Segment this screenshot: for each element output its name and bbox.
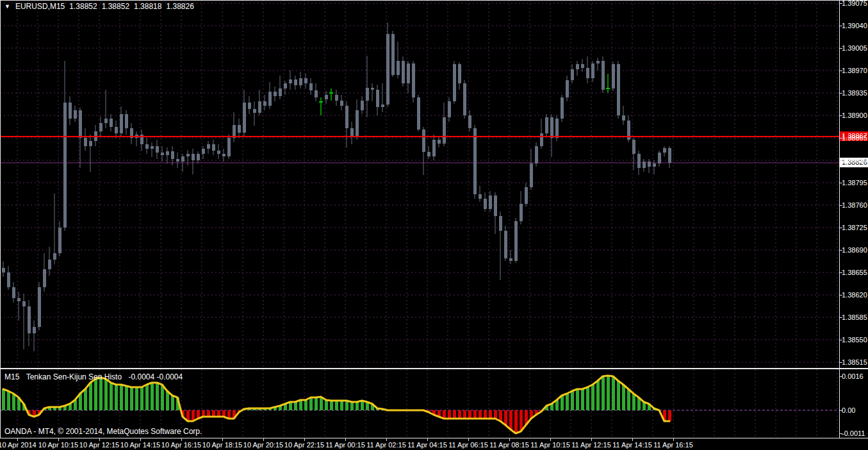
time-axis-label: 10 Apr 20:15 bbox=[243, 441, 283, 449]
histogram-bar-up bbox=[294, 402, 297, 410]
histogram-bar-down bbox=[458, 410, 461, 419]
candle-body bbox=[386, 34, 389, 104]
candle-body bbox=[315, 90, 318, 97]
candle-body bbox=[243, 103, 246, 133]
indicator-axis-tick bbox=[840, 433, 842, 434]
histogram-bar-up bbox=[335, 401, 338, 410]
histogram-bar-up bbox=[166, 391, 169, 410]
candle-body bbox=[366, 88, 369, 101]
histogram-bar-up bbox=[7, 391, 10, 410]
indicator-window-separator[interactable] bbox=[0, 368, 868, 369]
candle-body bbox=[294, 79, 297, 85]
candle-body bbox=[186, 154, 190, 156]
price-axis-label: 1.38760 bbox=[842, 201, 867, 210]
candle-body bbox=[89, 141, 92, 146]
indicator-axis-tick bbox=[840, 376, 842, 377]
price-axis-label: 1.39075 bbox=[842, 0, 867, 8]
indicator-header: M15 Tenkan Sen-Kijun Sen Histo -0.0004 -… bbox=[4, 372, 183, 381]
time-axis-tick bbox=[304, 438, 305, 441]
time-axis-label: 11 Apr 00:15 bbox=[325, 441, 365, 449]
histogram-bar-up bbox=[581, 389, 584, 410]
chart-ohlc-header: ▼ EURUSD,M15 1.38852 1.38852 1.38818 1.3… bbox=[4, 2, 194, 11]
price-axis-label: 1.38900 bbox=[842, 112, 867, 120]
candle-body bbox=[658, 153, 661, 163]
candle-body bbox=[222, 154, 225, 156]
price-axis-label: 1.38515 bbox=[842, 358, 867, 367]
time-axis-label: 11 Apr 06:15 bbox=[448, 441, 488, 449]
time-axis-label: 11 Apr 02:15 bbox=[366, 441, 406, 449]
price-axis-tick bbox=[840, 272, 842, 273]
candle-body bbox=[63, 103, 67, 228]
histogram-bar-up bbox=[125, 386, 128, 410]
histogram-bar-up bbox=[99, 378, 102, 410]
candle-body bbox=[509, 258, 512, 261]
histogram-bar-down bbox=[509, 410, 512, 429]
histogram-bar-up bbox=[330, 401, 333, 410]
time-axis-label: 10 Apr 10:15 bbox=[38, 441, 78, 449]
candle-body bbox=[376, 90, 379, 107]
price-axis-tick bbox=[840, 205, 842, 206]
top-border bbox=[0, 0, 868, 1]
histogram-bar-up bbox=[596, 381, 600, 410]
histogram-bar-up bbox=[315, 397, 318, 410]
histogram-bar-up bbox=[561, 396, 564, 410]
time-axis-label: 10 Apr 16:15 bbox=[161, 441, 201, 449]
candle-body bbox=[58, 228, 61, 253]
time-axis-tick bbox=[386, 438, 387, 441]
candle-body bbox=[663, 148, 666, 153]
histogram-bar-up bbox=[622, 385, 625, 410]
candle-body bbox=[104, 119, 108, 123]
histogram-bar-up bbox=[586, 387, 589, 410]
price-axis-tick bbox=[840, 26, 842, 26]
histogram-bar-down bbox=[473, 410, 477, 419]
candle-body bbox=[576, 64, 579, 69]
candle-body bbox=[494, 196, 497, 216]
time-axis-label: 10 Apr 12:15 bbox=[79, 441, 119, 449]
candle-body bbox=[596, 61, 600, 63]
time-axis-label: 11 Apr 04:15 bbox=[407, 441, 447, 449]
candle-body bbox=[458, 64, 461, 83]
histogram-bar-down bbox=[484, 410, 487, 419]
histogram-bar-down bbox=[479, 410, 482, 419]
candle-body bbox=[622, 115, 625, 121]
histogram-bar-down bbox=[448, 410, 451, 419]
histogram-bar-up bbox=[171, 396, 174, 410]
histogram-bar-down bbox=[489, 410, 492, 419]
symbol-dropdown-icon[interactable]: ▼ bbox=[4, 3, 10, 10]
price-chart-canvas[interactable] bbox=[0, 0, 839, 368]
candle-body bbox=[258, 101, 261, 113]
candle-body bbox=[7, 272, 10, 287]
candle-body bbox=[325, 95, 328, 99]
candle-body bbox=[361, 101, 364, 110]
price-axis-tick bbox=[840, 250, 842, 251]
time-axis-label: 10 Apr 22:15 bbox=[284, 441, 324, 449]
candle-body bbox=[248, 103, 251, 109]
histogram-bar-down bbox=[468, 410, 471, 419]
candle-body bbox=[345, 106, 348, 128]
time-axis-tick bbox=[673, 438, 674, 441]
indicator-axis-tick bbox=[840, 410, 842, 411]
candle-body bbox=[53, 253, 56, 260]
price-axis-label: 1.38725 bbox=[842, 224, 867, 232]
candle-body bbox=[602, 61, 605, 90]
histogram-bar-up bbox=[115, 385, 118, 410]
histogram-bar-up bbox=[325, 400, 328, 410]
histogram-bar-down bbox=[499, 410, 502, 421]
copyright-label: OANDA - MT4, © 2001-2014, MetaQuotes Sof… bbox=[4, 427, 202, 436]
candle-body bbox=[227, 138, 231, 156]
candle-body bbox=[463, 83, 466, 115]
candle-body bbox=[617, 64, 620, 115]
histogram-bar-up bbox=[566, 394, 569, 410]
candle-body bbox=[217, 151, 220, 154]
histogram-bar-up bbox=[602, 376, 605, 410]
candle-body bbox=[586, 68, 589, 78]
candle-body bbox=[207, 144, 210, 149]
candle-body bbox=[520, 204, 523, 221]
histogram-bar-up bbox=[632, 394, 635, 410]
price-axis-label: 1.38550 bbox=[842, 336, 867, 344]
histogram-bar-down bbox=[668, 410, 671, 421]
candle-body bbox=[561, 97, 564, 119]
histogram-bar-up bbox=[576, 389, 579, 410]
open-value: 1.38852 bbox=[69, 2, 97, 11]
histogram-bar-up bbox=[627, 389, 630, 410]
